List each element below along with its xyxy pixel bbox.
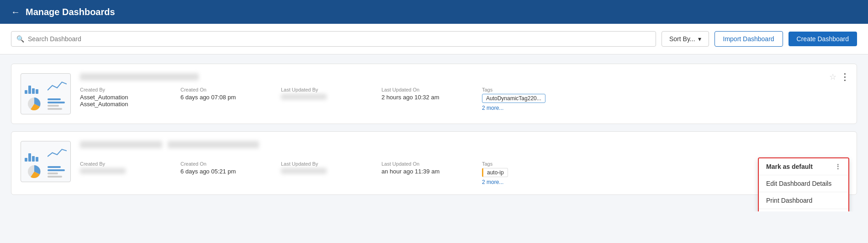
last-updated-on-label: Last Updated On (381, 87, 455, 92)
meta-created-on: Created On 6 days ago 07:08 pm (180, 87, 254, 101)
menu-item-export[interactable]: Export this Dashboard (759, 209, 848, 211)
card-body: Created By Created On 6 days ago 05:21 p… (80, 141, 847, 185)
page-header: ← Manage Dashboards (0, 0, 868, 24)
created-by-value: Asset_AutomationAsset_Automation (80, 94, 153, 108)
created-on-value: 6 days ago 07:08 pm (180, 94, 254, 101)
line-chart-icon (47, 76, 68, 95)
tag-badge[interactable]: AutoDynamicTag220... (482, 94, 545, 103)
search-input[interactable] (11, 31, 656, 47)
card-body: Created By Asset_AutomationAsset_Automat… (80, 73, 847, 111)
meta-last-updated-on: Last Updated On an hour ago 11:39 am (381, 161, 455, 175)
last-updated-on-value: an hour ago 11:39 am (381, 168, 455, 175)
page-title: Manage Dashboards (26, 7, 115, 17)
pie-chart-icon (24, 97, 45, 112)
create-dashboard-button[interactable]: Create Dashboard (789, 32, 857, 46)
tag-more-link[interactable]: 2 more... (482, 179, 555, 185)
content-area: Created By Asset_AutomationAsset_Automat… (0, 54, 868, 211)
last-updated-by-value-blurred (281, 168, 327, 174)
context-menu: Mark as default ⋮ Edit Dashboard Details… (758, 157, 849, 211)
created-by-label: Created By (80, 161, 153, 167)
meta-last-updated-on: Last Updated On 2 hours ago 10:32 am (381, 87, 455, 101)
card-meta-row: Created By Created On 6 days ago 05:21 p… (80, 161, 847, 185)
card-title-blurred (80, 73, 199, 81)
pie-chart-icon (24, 164, 45, 179)
meta-last-updated-by: Last Updated By (281, 87, 354, 100)
card-thumbnail (21, 73, 71, 114)
import-dashboard-button[interactable]: Import Dashboard (715, 31, 783, 47)
list-chart-icon (47, 164, 68, 179)
meta-created-by: Created By Asset_AutomationAsset_Automat… (80, 87, 153, 108)
search-container: 🔍 (11, 31, 656, 47)
tags-label: Tags (482, 87, 555, 92)
card-title-blurred-2 (168, 141, 259, 148)
last-updated-by-label: Last Updated By (281, 87, 354, 92)
menu-item-mark-default[interactable]: Mark as default ⋮ (759, 158, 848, 175)
search-icon: 🔍 (16, 35, 24, 43)
favorite-icon[interactable]: ☆ (829, 72, 836, 82)
created-by-value-blurred (80, 168, 126, 174)
last-updated-by-value-blurred (281, 94, 327, 100)
meta-tags: Tags auto-ip 2 more... (482, 161, 555, 185)
tag-badge[interactable]: auto-ip (482, 168, 508, 177)
card-thumbnail (21, 141, 71, 182)
sort-by-button[interactable]: Sort By... ▾ (662, 31, 709, 47)
card-meta-row: Created By Asset_AutomationAsset_Automat… (80, 87, 847, 111)
tags-label: Tags (482, 161, 555, 167)
last-updated-on-value: 2 hours ago 10:32 am (381, 94, 455, 101)
back-button[interactable]: ← (11, 7, 20, 17)
line-chart-icon (47, 144, 68, 162)
meta-tags: Tags AutoDynamicTag220... 2 more... (482, 87, 555, 111)
last-updated-by-label: Last Updated By (281, 161, 354, 167)
tag-more-link[interactable]: 2 more... (482, 105, 555, 111)
menu-item-edit-details[interactable]: Edit Dashboard Details (759, 175, 848, 192)
dots-icon-inline: ⋮ (835, 163, 841, 170)
dashboard-card: Created By Created On 6 days ago 05:21 p… (11, 131, 857, 195)
created-on-label: Created On (180, 161, 254, 167)
created-on-label: Created On (180, 87, 254, 92)
list-chart-icon (47, 97, 68, 112)
more-options-icon[interactable]: ⋮ (840, 71, 849, 82)
bar-chart-icon (24, 76, 45, 95)
last-updated-on-label: Last Updated On (381, 161, 455, 167)
created-on-value: 6 days ago 05:21 pm (180, 168, 254, 175)
toolbar: 🔍 Sort By... ▾ Import Dashboard Create D… (0, 24, 868, 54)
bar-chart-icon (24, 144, 45, 162)
meta-created-by: Created By (80, 161, 153, 174)
card-actions: ☆ ⋮ (829, 71, 849, 82)
menu-item-print[interactable]: Print Dashboard (759, 192, 848, 209)
meta-created-on: Created On 6 days ago 05:21 pm (180, 161, 254, 175)
meta-last-updated-by: Last Updated By (281, 161, 354, 174)
card-title-blurred (80, 141, 162, 148)
dashboard-card: Created By Asset_AutomationAsset_Automat… (11, 64, 857, 124)
chevron-down-icon: ▾ (698, 35, 701, 43)
created-by-label: Created By (80, 87, 153, 92)
